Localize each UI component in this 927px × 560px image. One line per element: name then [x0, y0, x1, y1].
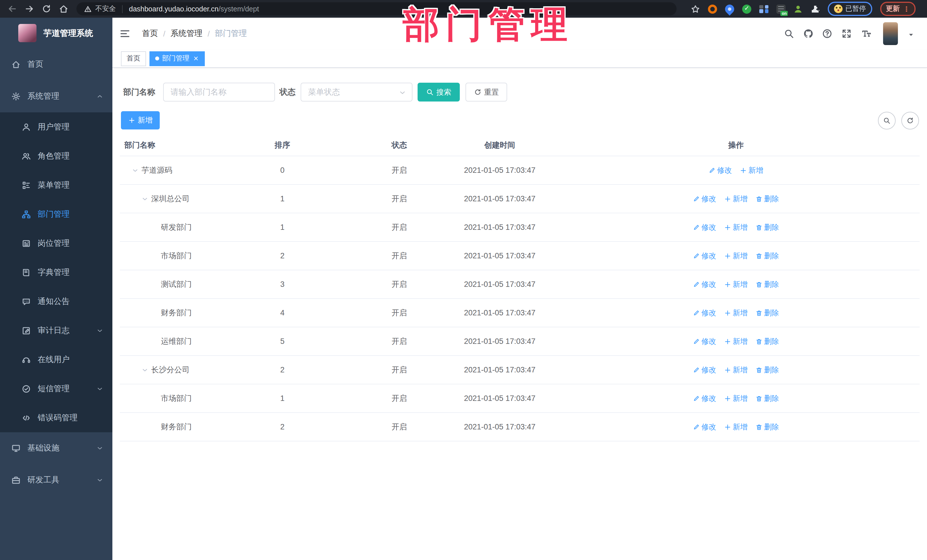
sidebar-item[interactable]: 通知公告 — [0, 287, 112, 316]
browser-home-icon[interactable] — [59, 4, 68, 14]
edit-link[interactable]: 修改 — [693, 279, 716, 290]
breadcrumb-separator: / — [208, 29, 210, 38]
extensions-puzzle-icon[interactable] — [811, 4, 820, 14]
breadcrumb-separator: / — [163, 29, 166, 38]
sidebar-item[interactable]: 基础设施 — [0, 432, 112, 464]
sidebar-item[interactable]: 错误码管理 — [0, 403, 112, 432]
edit-link[interactable]: 修改 — [693, 222, 716, 232]
sidebar-item[interactable]: 首页 — [0, 49, 112, 80]
delete-link[interactable]: 删除 — [755, 308, 779, 318]
dept-name-cell: 财务部门 — [151, 413, 191, 441]
browser-reload-icon[interactable] — [42, 4, 51, 14]
row-actions: 修改 新增 删除 — [693, 327, 779, 355]
browser-forward-icon[interactable] — [24, 4, 34, 14]
extension-switch-on-icon[interactable]: on — [777, 4, 786, 14]
edit-link[interactable]: 修改 — [693, 194, 716, 204]
sort-value: 2 — [280, 242, 284, 270]
edit-link[interactable]: 修改 — [693, 422, 716, 432]
add-child-link[interactable]: 新增 — [740, 165, 763, 175]
edit-link[interactable]: 修改 — [693, 250, 716, 261]
delete-link[interactable]: 删除 — [755, 365, 779, 375]
address-bar[interactable]: 不安全 dashboard.yudao.iocoder.cn /system/d… — [76, 2, 676, 15]
delete-link[interactable]: 删除 — [755, 393, 779, 404]
sidebar-item[interactable]: 短信管理 — [0, 374, 112, 403]
edit-link[interactable]: 修改 — [693, 336, 716, 346]
add-child-link[interactable]: 新增 — [724, 222, 748, 232]
sidebar-item[interactable]: 审计日志 — [0, 316, 112, 345]
github-icon[interactable] — [803, 29, 813, 39]
add-child-link[interactable]: 新增 — [724, 365, 748, 375]
browser-back-icon[interactable] — [8, 4, 17, 14]
tab-close-icon[interactable] — [193, 55, 199, 62]
tab-dept-management[interactable]: 部门管理 — [149, 51, 205, 66]
sidebar-item[interactable]: 系统管理 — [0, 80, 112, 112]
sidebar-item[interactable]: 岗位管理 — [0, 229, 112, 258]
add-child-link[interactable]: 新增 — [724, 336, 748, 346]
sidebar-item[interactable]: 部门管理 — [0, 200, 112, 229]
sidebar-item[interactable]: 用户管理 — [0, 112, 112, 141]
breadcrumb-home[interactable]: 首页 — [142, 29, 158, 39]
add-button[interactable]: 新增 — [121, 111, 160, 129]
help-icon[interactable] — [822, 29, 832, 39]
add-child-link[interactable]: 新增 — [724, 279, 748, 290]
update-button[interactable]: 更新 ⋮ — [880, 2, 916, 16]
expand-chevron-icon[interactable] — [132, 167, 141, 174]
emoji-face-icon — [834, 5, 843, 13]
row-actions: 修改 新增 — [708, 156, 763, 184]
edit-link[interactable]: 修改 — [693, 365, 716, 375]
status-select[interactable]: 菜单状态 — [301, 83, 412, 102]
delete-link[interactable]: 删除 — [755, 422, 779, 432]
delete-link[interactable]: 删除 — [755, 222, 779, 232]
sidebar-logo-row[interactable]: 芋道管理系统 — [0, 18, 112, 49]
edit-link[interactable]: 修改 — [708, 165, 732, 175]
reset-button[interactable]: 重置 — [465, 83, 507, 102]
delete-link[interactable]: 删除 — [755, 279, 779, 290]
extension-orange-icon[interactable] — [708, 4, 717, 14]
breadcrumb: 首页 / 系统管理 / 部门管理 — [142, 18, 247, 50]
edit-link[interactable]: 修改 — [693, 308, 716, 318]
delete-link[interactable]: 删除 — [755, 250, 779, 261]
expand-chevron-icon[interactable] — [141, 195, 151, 202]
dept-name-input[interactable]: 请输入部门名称 — [163, 83, 275, 102]
delete-link[interactable]: 删除 — [755, 336, 779, 346]
expand-chevron-icon[interactable] — [141, 366, 151, 373]
menu-item-label: 研发工具 — [27, 475, 59, 485]
toggle-search-button[interactable] — [878, 112, 896, 129]
extension-grid-icon[interactable] — [759, 4, 768, 14]
edit-link[interactable]: 修改 — [693, 393, 716, 404]
add-child-link[interactable]: 新增 — [724, 250, 748, 261]
refresh-table-button[interactable] — [901, 112, 919, 129]
breadcrumb-system[interactable]: 系统管理 — [170, 29, 202, 39]
extension-location-icon[interactable] — [723, 2, 736, 15]
sort-value: 1 — [280, 185, 284, 213]
bookmark-star-icon[interactable] — [691, 4, 700, 14]
search-button[interactable]: 搜索 — [418, 83, 460, 102]
add-child-link[interactable]: 新增 — [724, 308, 748, 318]
add-child-link[interactable]: 新增 — [724, 194, 748, 204]
status-placeholder: 菜单状态 — [308, 87, 340, 97]
sidebar-item[interactable]: 在线用户 — [0, 345, 112, 374]
paused-badge[interactable]: 已暂停 — [828, 2, 872, 16]
font-size-icon[interactable] — [862, 29, 872, 39]
add-child-link[interactable]: 新增 — [724, 422, 748, 432]
browser-menu-icon[interactable]: ⋮ — [903, 5, 910, 13]
delete-link[interactable]: 删除 — [755, 194, 779, 204]
fullscreen-icon[interactable] — [842, 29, 852, 39]
dept-name-text: 深圳总公司 — [151, 194, 190, 204]
sidebar-item[interactable]: 研发工具 — [0, 464, 112, 496]
user-avatar[interactable] — [883, 22, 898, 45]
sidebar-item[interactable]: 菜单管理 — [0, 170, 112, 200]
chevron-icon — [96, 93, 103, 100]
extension-green-check-icon[interactable] — [742, 4, 751, 14]
extension-green-user-icon[interactable] — [793, 4, 802, 14]
tab-home[interactable]: 首页 — [121, 51, 146, 66]
menu-item-label: 角色管理 — [38, 151, 70, 161]
dept-name-label: 部门名称 — [123, 83, 155, 102]
sidebar-item[interactable]: 字典管理 — [0, 258, 112, 287]
sidebar-item[interactable]: 角色管理 — [0, 141, 112, 170]
sidebar-toggle-icon[interactable] — [119, 28, 131, 39]
header-search-icon[interactable] — [784, 29, 794, 39]
add-child-link[interactable]: 新增 — [724, 393, 748, 404]
status-value: 开启 — [392, 413, 407, 441]
avatar-caret-down-icon[interactable] — [907, 31, 915, 38]
